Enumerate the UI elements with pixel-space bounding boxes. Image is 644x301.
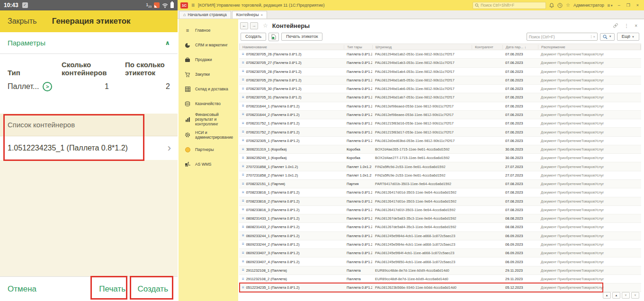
sidebar-item[interactable]: ≡Главное [179, 23, 238, 38]
table-row[interactable]: ≡0706232305_1 (Паллета 0.8*1.2)Паллета 0… [239, 137, 641, 145]
containers-count-field[interactable]: 1 [76, 82, 109, 91]
tab-containers[interactable]: Контейнеры × [232, 11, 268, 18]
order-cell: Документ ПриобретениеТоваровУслуг [538, 121, 641, 125]
close-window-button[interactable]: × [635, 3, 640, 8]
main-menu-icon[interactable]: ≡ [191, 2, 195, 9]
scroll-up-button[interactable]: ▲ [612, 292, 620, 299]
clear-search-icon[interactable]: × [591, 35, 597, 38]
table-row[interactable]: ≡0609233407_4 (Паллета 0.8*1.2)Паллета 0… [239, 257, 641, 266]
name-cell: ≡2911232108_1 (Паллета) [239, 268, 344, 273]
order-cell: Документ ПриобретениеТоваровУслуг [538, 61, 641, 65]
table-row[interactable]: ≡0706231644_2 (Паллета 0.8*1.2)Паллета 0… [239, 111, 641, 119]
table-row[interactable]: ≡0609233244_1 (Паллета 0.8*1.2)Паллета 0… [239, 232, 641, 240]
sidebar-item[interactable]: НСИ и администрирование [179, 128, 238, 142]
col-date[interactable]: Дата пар... ↓ [503, 45, 538, 49]
global-search-input[interactable] [481, 3, 544, 8]
table-row[interactable]: ≡0609233244_2 (Паллета 0.8*1.2)Паллета 0… [239, 240, 641, 249]
col-name[interactable]: Наименование [240, 45, 344, 49]
tab-close-icon[interactable]: × [261, 13, 263, 17]
date-cell: 08.08.2023 [502, 225, 538, 229]
print-labels-button[interactable]: Печать этикеток [281, 33, 322, 41]
sidebar-item-label: Закупки [195, 72, 210, 77]
col-type[interactable]: Тип тары [344, 45, 373, 49]
container-list-title: Список контейнеров [0, 114, 178, 136]
table-row[interactable]: ≡3006231319_1 (Коробка)КоробкаBOX2d4ae26… [239, 145, 641, 154]
table-row[interactable]: ≡0708233816_3 (Паллета 0.8*1.2)Паллета 0… [239, 206, 641, 214]
scroll-top-button[interactable]: ▲ [603, 292, 611, 299]
col-contragent[interactable]: Контрагент [472, 45, 503, 49]
table-row[interactable]: ≡0706231752_1 (Паллета 0.8*1.2)Паллета 0… [239, 119, 641, 128]
more-dots-icon[interactable]: ⋮ [622, 23, 631, 28]
sidebar-item[interactable]: Склад и доставка [179, 82, 238, 97]
type-value-field[interactable]: Паллет... > [8, 82, 60, 91]
sidebar-item[interactable]: AS WMS [179, 157, 238, 172]
table-row[interactable]: ≡0706230705_26 (Паллета 0.8*1.2)Паллета … [239, 50, 641, 59]
close-list-icon[interactable]: × [633, 23, 639, 28]
table-row[interactable]: ≡0512234235_1 (Паллета 0.8*1.2)Паллета 0… [239, 283, 641, 292]
more-button[interactable]: Ещё▼ [617, 33, 639, 41]
get-link-icon[interactable] [611, 23, 620, 28]
star-icon[interactable]: ☆ [263, 22, 268, 29]
table-row[interactable]: ≡0808231433_1 (Паллета 0.8*1.2)Паллета 0… [239, 214, 641, 223]
sidebar-item[interactable]: Партнеры [179, 142, 238, 157]
type-value: Паллет... [8, 82, 39, 91]
notifications-bell-icon[interactable] [549, 3, 554, 8]
table-row[interactable]: ≡0708233816_2 (Паллета 0.8*1.2)Паллета 0… [239, 197, 641, 206]
forward-button[interactable]: → [250, 22, 258, 29]
barcode-cell: PAL08126417d01f-3503-11ee-9e64-4ccc6a6d1… [372, 208, 472, 212]
sidebar-item[interactable]: Закупки [179, 67, 238, 82]
list-search[interactable]: × [527, 33, 598, 41]
minimize-button[interactable]: – [617, 3, 622, 8]
sidebar-item[interactable]: Казначейство [179, 97, 238, 111]
create-button[interactable]: Создать [137, 284, 168, 294]
table-row[interactable]: ≡0706231752_2 (Паллета 0.8*1.2)Паллета 0… [239, 128, 641, 136]
container-icon: ≡ [242, 104, 244, 108]
sidebar-item[interactable]: Продажи [179, 53, 238, 67]
restore-button[interactable]: ❐ [625, 3, 632, 8]
back-button[interactable]: ← [240, 22, 248, 29]
barcode-cell: PAL081245e5f84d-4cb1-11ee-a668-1c872c5ae… [372, 234, 472, 238]
col-barcode[interactable]: Штрихкод [373, 45, 472, 49]
scroll-down-button[interactable]: ▼ [622, 292, 630, 299]
table-row[interactable]: ≡2911232108_1 (Паллета)ПаллетаEUR89cc48d… [239, 266, 641, 275]
type-cell: Паллет 1.0x1.2 [344, 165, 372, 169]
table-row[interactable]: ≡0706230705_31 (Паллета 0.8*1.2)Паллета … [239, 93, 641, 102]
current-user[interactable]: Администратор [573, 3, 604, 8]
grid-icon [184, 87, 191, 92]
table-row[interactable]: ≡0706230705_28 (Паллета 0.8*1.2)Паллета … [239, 68, 641, 76]
table-row[interactable]: ≡0706230705_27 (Паллета 0.8*1.2)Паллета … [239, 59, 641, 67]
table-row[interactable]: ≡2911232108_2 (Паллета)ПаллетаEUR89cc48d… [239, 275, 641, 283]
sidebar-item[interactable]: CRM и маркетинг [179, 38, 238, 53]
sidebar-item[interactable]: Финансовый результат и контроллинг [179, 111, 238, 128]
labels-count-field[interactable]: 2 [125, 82, 170, 91]
favorites-star-icon[interactable]: ☆ [566, 3, 570, 8]
list-search-input[interactable] [527, 35, 591, 39]
table-row[interactable]: ≡0708233816_1 (Паллета 0.8*1.2)Паллета 0… [239, 188, 641, 197]
container-list-item[interactable]: 1.0512234235_1 (Паллета 0.8*1.2) › [0, 136, 178, 160]
col-order[interactable]: Распоряжение [538, 45, 641, 49]
cancel-button[interactable]: Отмена [8, 284, 36, 294]
history-clock-icon[interactable] [557, 3, 563, 8]
table-row[interactable]: ≡2707231858_1 (Паллет 1.0x1.2)Паллет 1.0… [239, 162, 641, 171]
global-search[interactable] [473, 2, 546, 9]
open-arrow-icon[interactable]: > [43, 82, 52, 91]
table-row[interactable]: ≡0808231433_2 (Паллета 0.8*1.2)Паллета 0… [239, 223, 641, 231]
type-cell: Паллета 0.8*1.2 [344, 242, 372, 247]
create-button[interactable]: Создать [241, 33, 266, 41]
print-button[interactable]: Печать [99, 284, 125, 294]
table-row[interactable]: ≡0706230705_29 (Паллета 0.8*1.2)Паллета … [239, 76, 641, 85]
table-row[interactable]: ≡0708232151_1 (Партия)ПартияPART6417d01b… [239, 180, 641, 188]
search-magnifier-button[interactable]: ▼ [600, 33, 615, 41]
close-button[interactable]: Закрыть [8, 17, 37, 26]
table-row[interactable]: ≡0609233407_3 (Паллета 0.8*1.2)Паллета 0… [239, 249, 641, 257]
scroll-bottom-button[interactable]: ▼ [631, 292, 639, 299]
service-menu-icon[interactable]: ≡▼ [608, 3, 613, 8]
table-row[interactable]: ≡0706230705_30 (Паллета 0.8*1.2)Паллета … [239, 85, 641, 93]
containers-table: Наименование Тип тары Штрихкод Контраген… [239, 44, 641, 292]
tab-home[interactable]: ⌂ Начальная страница [179, 11, 231, 18]
table-row[interactable]: ≡0706231644_1 (Паллета 0.8*1.2)Паллета 0… [239, 102, 641, 111]
table-row[interactable]: ≡3006235249_1 (Коробка)КоробкаBOX2d4ae27… [239, 154, 641, 162]
table-row[interactable]: ≡2707231858_2 (Паллет 1.0x1.2)Паллет 1.0… [239, 171, 641, 180]
parameters-section-header[interactable]: Параметры ∧ [0, 32, 178, 54]
open-document-icon-button[interactable] [268, 33, 279, 41]
